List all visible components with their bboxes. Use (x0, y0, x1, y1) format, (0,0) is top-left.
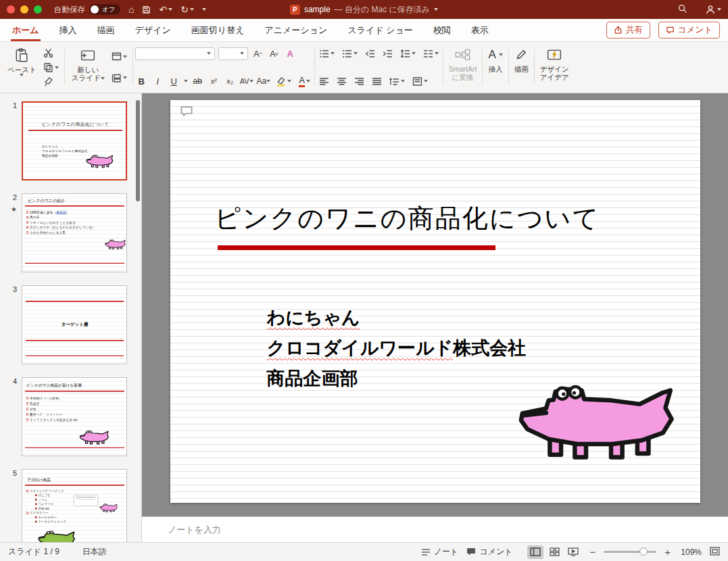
thumbnail-slide-3[interactable]: ターゲット層 (22, 285, 127, 364)
normal-view-button[interactable] (527, 545, 543, 559)
paste-button[interactable]: ペースト (4, 45, 40, 90)
superscript-button[interactable]: x² (208, 74, 220, 88)
slide-counter[interactable]: スライド 1 / 9 (8, 546, 59, 558)
format-painter-button[interactable] (41, 76, 61, 87)
design-ideas-button[interactable]: デザイン アイデア (537, 44, 573, 91)
ribbon-home: ペースト 新しい (0, 42, 728, 93)
slide-comment-icon[interactable] (180, 105, 193, 118)
home-button[interactable]: ⌂ (128, 5, 134, 14)
slide-sorter-view-button[interactable] (546, 545, 562, 559)
slide-title-textbox[interactable]: ピンクのワニの商品化について (215, 201, 600, 236)
share-button[interactable]: 共有 (606, 22, 650, 39)
tab-review[interactable]: 校閲 (432, 19, 452, 41)
customize-toolbar-button[interactable] (202, 8, 206, 11)
font-color-button[interactable]: A (297, 74, 312, 88)
close-window-button[interactable] (7, 5, 15, 14)
new-slide-button[interactable]: 新しい スライド (68, 45, 108, 90)
tab-draw[interactable]: 描画 (96, 19, 116, 41)
section-button[interactable] (110, 72, 129, 84)
zoom-level[interactable]: 109% (679, 547, 702, 557)
notes-pane[interactable]: ノートを入力 (142, 516, 728, 542)
tab-design[interactable]: デザイン (134, 19, 172, 41)
slide-canvas[interactable]: ピンクのワニの商品化について わにちゃん クロコダイルワールド株式会社 商品企画… (142, 93, 728, 516)
thumbnail-slide-5[interactable]: 子供向け商品 ステーショナリーグッズ けしごむ ノート ペンケース 定規 etc… (22, 469, 127, 542)
notes-toggle-button[interactable]: ノート (421, 546, 459, 558)
font-name-select[interactable] (135, 47, 215, 60)
title-underline-bar[interactable] (218, 245, 495, 250)
numbering-button[interactable] (340, 48, 360, 59)
slideshow-view-button[interactable] (565, 545, 581, 559)
decrease-indent-button[interactable] (363, 48, 377, 59)
animation-star-icon[interactable]: ★ (11, 205, 17, 213)
strikethrough-button[interactable]: ab (191, 74, 204, 88)
layout-button[interactable] (110, 51, 129, 62)
slide-subtitle-textbox[interactable]: わにちゃん クロコダイルワールド株式会社 商品企画部 (267, 303, 527, 394)
copy-button[interactable] (41, 62, 61, 73)
search-button[interactable] (677, 3, 687, 16)
language-indicator[interactable]: 日本語 (82, 546, 107, 558)
increase-font-size-button[interactable]: A^ (251, 47, 264, 60)
character-spacing-button[interactable]: AV (240, 74, 253, 88)
cut-button[interactable] (41, 47, 61, 59)
align-center-icon (337, 76, 347, 87)
slide-1[interactable]: ピンクのワニの商品化について わにちゃん クロコダイルワールド株式会社 商品企画… (170, 100, 700, 503)
increase-indent-button[interactable] (381, 48, 395, 59)
font-size-select[interactable] (218, 47, 248, 60)
zoom-slider-knob[interactable] (639, 547, 648, 556)
account-button[interactable] (705, 4, 721, 15)
zoom-slider[interactable] (604, 551, 656, 553)
thumbnail-row-4: 4 ピンクのワニ商品が受ける客層 子供向け（一小学生） 乳幼児 女性 親子ペア、… (0, 377, 141, 456)
pink-crocodile-thumb (99, 503, 118, 512)
text-highlight-button[interactable] (274, 76, 293, 87)
thumbnail-slide-1[interactable]: ピンクのワニの商品化について わにちゃん クロコダイルワールド株式会社 商品企画… (22, 101, 127, 180)
tab-transitions[interactable]: 画面切り替え (190, 19, 246, 41)
minimize-window-button[interactable] (20, 5, 28, 14)
italic-button[interactable]: I (151, 74, 164, 88)
convert-to-smartart-button[interactable]: SmartArt に変換 (445, 44, 480, 91)
clear-formatting-button[interactable]: A (284, 47, 297, 60)
comments-toggle-button[interactable]: コメント (466, 546, 512, 558)
zoom-out-button[interactable]: − (589, 547, 596, 557)
thumbnail-scrollbar[interactable] (136, 100, 140, 201)
align-center-button[interactable] (335, 76, 349, 87)
undo-button[interactable]: ↶ (159, 5, 172, 14)
share-icon (614, 26, 623, 34)
insert-textbox-button[interactable]: A 挿入 (485, 44, 506, 91)
autosave-toggle[interactable]: オフ (89, 4, 120, 15)
tab-insert[interactable]: 挿入 (58, 19, 78, 41)
align-text-vertical-button[interactable] (410, 76, 430, 87)
pink-crocodile-image[interactable] (516, 379, 681, 461)
justify-button[interactable] (370, 76, 384, 87)
redo-button[interactable]: ↻ (180, 5, 194, 14)
zoom-in-button[interactable]: + (664, 547, 671, 557)
bold-button[interactable]: B (135, 74, 148, 88)
bullets-button[interactable] (317, 48, 337, 59)
underline-button[interactable]: U (168, 74, 180, 88)
text-direction-icon (389, 76, 399, 87)
powerpoint-app-icon: P (290, 5, 300, 15)
slide-number: 4 (13, 377, 17, 385)
comments-button[interactable]: コメント (658, 22, 720, 39)
new-slide-icon (80, 49, 95, 62)
title-menu-chevron-icon (434, 8, 438, 11)
align-left-button[interactable] (317, 76, 331, 87)
vertical-align-icon (412, 76, 422, 87)
thumbnail-slide-2[interactable]: ピンクのワニの紹介 1995年春に誕生（要確認） 男の子 ツチノコといわれたこと… (22, 193, 127, 272)
thumbnail-slide-4[interactable]: ピンクのワニ商品が受ける客層 子供向け（一小学生） 乳幼児 女性 親子ペア、ファ… (22, 377, 127, 456)
fullscreen-window-button[interactable] (34, 5, 42, 14)
tab-home[interactable]: ホーム (11, 19, 41, 41)
columns-button[interactable] (421, 48, 441, 59)
subscript-button[interactable]: x₂ (224, 74, 237, 88)
save-button[interactable] (142, 5, 151, 14)
tab-animations[interactable]: アニメーション (263, 19, 329, 41)
line-spacing-icon (400, 49, 410, 59)
align-right-button[interactable] (352, 76, 366, 87)
line-spacing-button[interactable] (398, 48, 418, 59)
tab-view[interactable]: 表示 (470, 19, 490, 41)
text-direction-button[interactable] (387, 76, 407, 87)
draw-button[interactable]: 描画 (511, 44, 532, 91)
decrease-font-size-button[interactable]: Av (268, 47, 281, 60)
fit-slide-to-window-button[interactable] (710, 547, 720, 558)
change-case-button[interactable]: Aa (257, 74, 271, 88)
tab-slideshow[interactable]: スライド ショー (346, 19, 414, 41)
